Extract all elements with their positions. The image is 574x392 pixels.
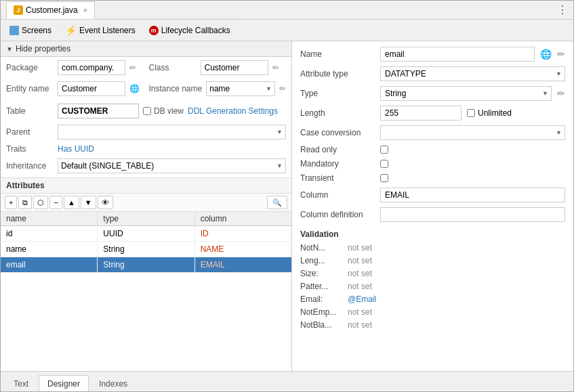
col-type-header: type	[98, 212, 194, 225]
move-up-button[interactable]: ▲	[64, 196, 79, 209]
column-definition-input[interactable]	[380, 207, 565, 222]
traits-label: Traits	[6, 144, 54, 154]
lifecycle-icon: m	[149, 26, 159, 35]
name-row: Name 🌐 ✏	[300, 47, 565, 62]
attr-column-cell: EMAIL	[195, 257, 291, 272]
validation-label: Validation	[300, 230, 339, 239]
move-to-button[interactable]: ⬡	[33, 196, 48, 209]
globe-icon[interactable]: 🌐	[129, 84, 140, 93]
column-input[interactable]	[380, 188, 565, 202]
not-blank-val-label: NotBla...	[300, 320, 348, 330]
type-label: Type	[300, 89, 375, 98]
table-section: Table DB view DDL Generation Settings	[1, 101, 291, 121]
tab-indexes[interactable]: Indexes	[90, 375, 136, 391]
move-down-button[interactable]: ▼	[81, 196, 96, 209]
col-column-header: column	[195, 212, 291, 225]
mandatory-row: Mandatory	[300, 159, 565, 169]
validation-not-null-row: NotN... not set	[300, 243, 565, 253]
inheritance-section: Inheritance Default (SINGLE_TABLE)	[1, 157, 291, 175]
validation-not-blank-row: NotBla... not set	[300, 320, 565, 330]
type-row: Type String ✏	[300, 86, 565, 101]
tab-text[interactable]: Text	[5, 375, 37, 391]
mandatory-checkbox[interactable]	[380, 160, 388, 168]
menu-dots-button[interactable]: ⋮	[557, 3, 568, 16]
parent-select[interactable]	[58, 125, 286, 139]
db-view-label: DB view	[154, 106, 184, 116]
main-toolbar: Screens ⚡ Event Listeners m Lifecycle Ca…	[1, 20, 573, 41]
attr-type-cell: String	[98, 257, 194, 272]
class-label: Class	[149, 63, 197, 72]
delete-attribute-button[interactable]: −	[49, 196, 62, 209]
attribute-type-select[interactable]: DATATYPE	[380, 66, 565, 81]
column-row: Column	[300, 188, 565, 202]
tab-designer[interactable]: Designer	[39, 375, 89, 391]
table-row[interactable]: id UUID ID	[1, 226, 291, 242]
add-attribute-button[interactable]: +	[5, 196, 17, 209]
transient-label: Transient	[300, 173, 375, 183]
type-select[interactable]: String	[380, 86, 552, 101]
table-label: Table	[6, 106, 54, 116]
unlimited-checkbox[interactable]	[467, 109, 475, 117]
attr-name-cell: email	[1, 257, 98, 272]
class-edit-icon[interactable]: ✏	[272, 63, 279, 72]
type-edit-icon[interactable]: ✏	[557, 88, 565, 99]
java-file-icon: J	[14, 5, 23, 15]
size-val-label: Size:	[300, 269, 348, 278]
name-input[interactable]	[380, 47, 535, 62]
attr-table-header: name type column	[1, 212, 291, 226]
transient-checkbox[interactable]	[380, 174, 388, 182]
package-input[interactable]	[58, 60, 125, 75]
attribute-type-label: Attribute type	[300, 69, 375, 79]
file-tab[interactable]: J Customer.java ×	[6, 1, 95, 19]
validation-header: Validation	[300, 227, 565, 239]
not-empty-val-value: not set	[348, 307, 372, 317]
mandatory-label: Mandatory	[300, 159, 375, 169]
has-uuid-link[interactable]: Has UUID	[58, 144, 94, 154]
title-bar: J Customer.java × ⋮	[1, 1, 573, 20]
table-row[interactable]: email String EMAIL	[1, 257, 291, 273]
event-icon: ⚡	[65, 25, 77, 36]
attributes-table: name type column id UUID ID name String …	[1, 212, 291, 371]
entity-name-input[interactable]	[58, 81, 125, 96]
pattern-val-label: Patter...	[300, 282, 348, 291]
tab-title: Customer.java	[26, 5, 78, 15]
table-input[interactable]	[58, 104, 139, 118]
hide-properties-toggle[interactable]: ▼ Hide properties	[1, 41, 291, 57]
right-panel: Name 🌐 ✏ Attribute type DATATYPE Type	[292, 41, 573, 371]
attributes-label: Attributes	[6, 181, 45, 190]
tab-close-button[interactable]: ×	[83, 6, 87, 14]
entity-name-section: Entity name 🌐	[6, 81, 144, 96]
package-edit-icon[interactable]: ✏	[129, 63, 136, 72]
not-null-value: not set	[348, 243, 372, 253]
class-section: Class ✏	[149, 60, 287, 75]
attributes-toolbar: + ⧉ ⬡ − ▲ ▼ 👁 🔍	[1, 194, 291, 212]
not-null-label: NotN...	[300, 243, 348, 253]
toggle-visibility-button[interactable]: 👁	[98, 196, 113, 209]
traits-section: Traits Has UUID	[1, 143, 291, 155]
instance-name-section: Instance name name ✏	[149, 81, 287, 96]
class-input[interactable]	[201, 60, 268, 75]
screens-button[interactable]: Screens	[3, 22, 58, 39]
parent-label: Parent	[6, 127, 54, 137]
name-label: Name	[300, 49, 375, 59]
inheritance-select[interactable]: Default (SINGLE_TABLE)	[58, 158, 286, 173]
attr-type-cell: UUID	[98, 226, 194, 241]
table-row[interactable]: name String NAME	[1, 242, 291, 257]
attribute-type-row: Attribute type DATATYPE	[300, 66, 565, 81]
length-input[interactable]	[380, 106, 462, 121]
globe-icon-button[interactable]: 🌐	[540, 49, 552, 60]
case-conversion-select[interactable]	[380, 125, 565, 140]
instance-edit-icon[interactable]: ✏	[279, 84, 286, 93]
copy-attribute-button[interactable]: ⧉	[18, 196, 32, 209]
read-only-checkbox[interactable]	[380, 146, 388, 154]
instance-name-select[interactable]: name	[206, 81, 275, 96]
event-listeners-button[interactable]: ⚡ Event Listeners	[59, 22, 142, 39]
column-label: Column	[300, 190, 375, 200]
pattern-val-value: not set	[348, 282, 372, 291]
lifecycle-callbacks-button[interactable]: m Lifecycle Callbacks	[143, 22, 237, 39]
ddl-settings-link[interactable]: DDL Generation Settings	[188, 106, 278, 116]
search-add-button[interactable]: 🔍	[267, 196, 287, 209]
edit-icon-button[interactable]: ✏	[557, 49, 565, 60]
unlimited-checkbox-label: Unlimited	[467, 108, 512, 118]
db-view-checkbox[interactable]	[143, 107, 151, 115]
